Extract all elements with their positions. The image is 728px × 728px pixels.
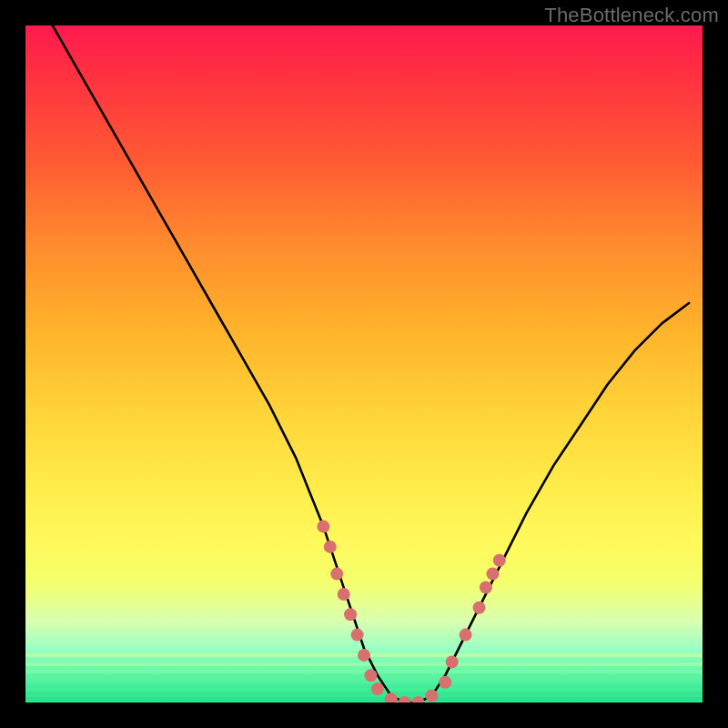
curve-marker (330, 568, 343, 581)
curve-marker (412, 696, 425, 703)
curve-marker (425, 690, 438, 703)
curve-marker (439, 676, 451, 689)
curve-marker (480, 581, 492, 594)
curve-marker (338, 588, 350, 601)
curve-marker (385, 693, 398, 703)
curve-marker (344, 608, 357, 621)
curve-marker (399, 696, 411, 703)
curve-marker (446, 655, 459, 668)
watermark-text: TheBottleneck.com (544, 4, 719, 27)
curve-marker (324, 541, 337, 553)
curve-marker (486, 568, 499, 581)
curve-line (53, 25, 689, 703)
curve-marker (358, 649, 370, 662)
curve-marker (460, 629, 472, 642)
curve-marker (473, 602, 486, 614)
curve-marker (371, 682, 384, 695)
bottleneck-plot (25, 25, 703, 703)
curve-marker (493, 554, 506, 567)
curve-markers (317, 521, 505, 703)
curve-marker (351, 629, 364, 642)
curve-marker (317, 521, 329, 533)
curve-marker (364, 669, 377, 682)
